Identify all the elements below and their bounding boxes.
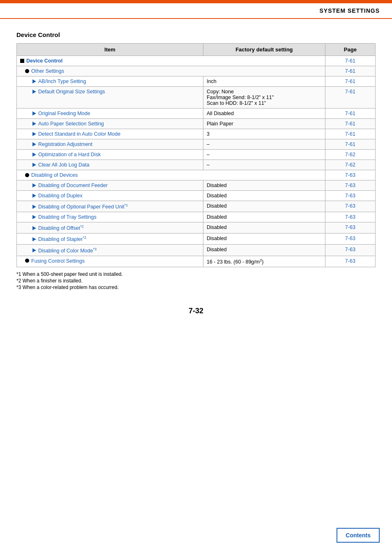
- page-link[interactable]: 7-61: [345, 68, 355, 74]
- table-row: Disabling of Tray SettingsDisabled7-63: [17, 212, 376, 222]
- item-link[interactable]: Disabling of Optional Paper Feed Unit*1: [38, 204, 128, 210]
- item-link[interactable]: Disabling of Tray Settings: [38, 214, 97, 220]
- page-link[interactable]: 7-63: [345, 258, 355, 264]
- page-link[interactable]: 7-63: [345, 236, 355, 241]
- table-row: Disabling of Document FeederDisabled7-63: [17, 180, 376, 191]
- page-link[interactable]: 7-62: [345, 152, 355, 157]
- item-link[interactable]: Disabling of Document Feeder: [38, 183, 108, 188]
- item-link[interactable]: Optimization of a Hard Disk: [38, 152, 101, 157]
- page-link[interactable]: 7-61: [345, 131, 355, 137]
- contents-button[interactable]: Contents: [337, 528, 380, 543]
- item-link[interactable]: Registration Adjustment: [38, 141, 92, 147]
- page-link[interactable]: 7-63: [345, 224, 355, 230]
- table-row: Registration Adjustment–7-61: [17, 139, 376, 150]
- item-link[interactable]: Clear All Job Log Data: [38, 162, 89, 168]
- item-link[interactable]: Disabling of Duplex: [38, 193, 83, 199]
- page-link[interactable]: 7-62: [345, 162, 355, 168]
- page-link[interactable]: 7-61: [345, 79, 355, 84]
- table-row: Detect Standard in Auto Color Mode37-61: [17, 129, 376, 139]
- table-row: Disabling of DuplexDisabled7-63: [17, 191, 376, 201]
- item-link[interactable]: Disabling of Devices: [31, 172, 78, 178]
- col-header-item: Item: [17, 44, 203, 56]
- footnotes: *1 When a 500-sheet paper feed unit is i…: [16, 271, 376, 290]
- page-number: 7-32: [16, 307, 376, 315]
- page-link[interactable]: 7-61: [345, 89, 355, 95]
- page-link[interactable]: 7-61: [345, 111, 355, 116]
- table-row: Clear All Job Log Data–7-62: [17, 160, 376, 170]
- page-link[interactable]: 7-61: [345, 141, 355, 147]
- table-row: Default Original Size SettingsCopy: None…: [17, 87, 376, 109]
- page-link[interactable]: 7-63: [345, 172, 355, 178]
- col-header-default: Factory default setting: [203, 44, 325, 56]
- page-link[interactable]: 7-61: [345, 121, 355, 127]
- item-link[interactable]: Auto Paper Selection Setting: [38, 121, 104, 127]
- footnote-3: *3 When a color-related problem has occu…: [16, 284, 376, 290]
- table-row: Other Settings7-61: [17, 66, 376, 76]
- settings-table: Item Factory default setting Page Device…: [16, 43, 376, 267]
- section-title: Device Control: [16, 31, 376, 38]
- page-link[interactable]: 7-63: [345, 247, 355, 252]
- item-link[interactable]: Detect Standard in Auto Color Mode: [38, 131, 120, 137]
- footnote-1: *1 When a 500-sheet paper feed unit is i…: [16, 271, 376, 277]
- table-row: Disabling of Color Mode*3Disabled7-63: [17, 245, 376, 256]
- table-row: Fusing Control Settings16 - 23 lbs. (60 …: [17, 256, 376, 267]
- page-link[interactable]: 7-63: [345, 183, 355, 188]
- header-title: SYSTEM SETTINGS: [320, 7, 380, 14]
- page-link[interactable]: 7-63: [345, 203, 355, 209]
- page-link[interactable]: 7-61: [345, 58, 355, 64]
- item-link[interactable]: AB/Inch Type Setting: [38, 79, 86, 84]
- table-row: Optimization of a Hard Disk–7-62: [17, 150, 376, 160]
- table-row: Disabling of Offset*2Disabled7-63: [17, 222, 376, 234]
- table-header-row: Item Factory default setting Page: [17, 44, 376, 56]
- page-content: Device Control Item Factory default sett…: [0, 19, 392, 324]
- table-row: Disabling of Optional Paper Feed Unit*1D…: [17, 201, 376, 212]
- footnote-2: *2 When a finisher is installed.: [16, 278, 376, 284]
- item-link[interactable]: Device Control: [26, 58, 62, 64]
- item-link[interactable]: Fusing Control Settings: [31, 258, 85, 264]
- item-link[interactable]: Default Original Size Settings: [38, 89, 105, 95]
- item-link[interactable]: Disabling of Offset*2: [38, 225, 83, 231]
- col-header-page: Page: [325, 44, 375, 56]
- table-row: Disabling of Devices7-63: [17, 170, 376, 180]
- page-link[interactable]: 7-63: [345, 214, 355, 220]
- item-link[interactable]: Original Feeding Mode: [38, 111, 90, 116]
- table-row: Original Feeding ModeAll Disabled7-61: [17, 109, 376, 119]
- table-row: Device Control7-61: [17, 56, 376, 66]
- table-row: Auto Paper Selection SettingPlain Paper7…: [17, 119, 376, 129]
- table-row: AB/Inch Type SettingInch7-61: [17, 76, 376, 87]
- table-row: Disabling of Stapler*2Disabled7-63: [17, 234, 376, 245]
- item-link[interactable]: Disabling of Color Mode*3: [38, 248, 97, 254]
- item-link[interactable]: Disabling of Stapler*2: [38, 236, 86, 242]
- item-link[interactable]: Other Settings: [31, 68, 64, 74]
- top-orange-bar: [0, 0, 392, 3]
- page-link[interactable]: 7-63: [345, 193, 355, 199]
